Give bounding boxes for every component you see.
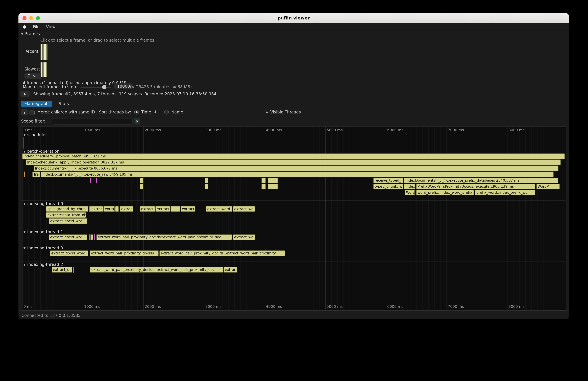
scope-bar[interactable]: IndexDocuments<_, _>::execute 8656.677 m… xyxy=(34,166,558,171)
scope-bar[interactable]: typed_chunk::w xyxy=(373,184,403,189)
frames-hint: Click to select a frame, or drag to sele… xyxy=(40,38,156,43)
connection-status: Connected to 127.0.0.1:8585 xyxy=(21,313,81,318)
menubar: ✱ FileView xyxy=(19,23,569,31)
scope-bar[interactable]: extrac xyxy=(120,206,133,212)
scope-filter-row: Scope filter: ✖ xyxy=(19,117,569,126)
scope-bar[interactable] xyxy=(89,234,90,240)
sort-threads-label: Sort threads by: xyxy=(99,110,131,114)
recent-frames-preview[interactable] xyxy=(40,44,48,60)
flamegraph-canvas[interactable]: 0 ms1000 ms2000 ms3000 ms4000 ms5000 ms6… xyxy=(21,126,566,311)
play-button[interactable]: ▶ xyxy=(21,91,30,97)
close-window-button[interactable] xyxy=(22,16,26,20)
scope-bar[interactable]: PrefixWordPairsProximityDocids::execute … xyxy=(416,184,535,189)
scope-bar[interactable] xyxy=(94,234,95,240)
slider-knob[interactable] xyxy=(102,85,106,89)
scope-bar[interactable]: extract_word_pair_proximity_docids::extr… xyxy=(90,267,223,273)
scope-bar[interactable]: extract_ xyxy=(140,206,155,212)
thread-header-indexing-thread-3[interactable]: ▼indexing-thread:3 xyxy=(23,246,63,251)
menu-item-file[interactable]: File xyxy=(33,24,40,29)
scope-bar[interactable]: extract_word_pair_proximity_docids::extr… xyxy=(97,234,232,240)
scope-bar[interactable]: extrac xyxy=(224,267,237,273)
scope-bar[interactable]: Word xyxy=(405,190,415,195)
scope-bar[interactable] xyxy=(90,234,93,240)
minimize-window-button[interactable] xyxy=(29,16,33,20)
app-menu-icon[interactable]: ✱ xyxy=(23,24,26,29)
scope-bar[interactable]: IndexDocuments<_, _>::execute_prefix_dat… xyxy=(404,178,558,183)
scope-bar[interactable] xyxy=(170,206,180,212)
scope-bar[interactable] xyxy=(205,178,209,183)
scope-bar[interactable]: extract_word xyxy=(206,206,232,212)
scope-bar[interactable]: extract_wo xyxy=(233,206,255,212)
sort-option-label: Time xyxy=(141,110,151,114)
scope-bar[interactable]: split_grenad_by_chun xyxy=(46,206,88,212)
scope-bar[interactable]: extract_doc xyxy=(52,267,72,273)
scope-bar[interactable]: IndexDocuments<_, _>::execute_raw 8459.1… xyxy=(41,171,554,177)
thread-header-scheduler[interactable]: ▼scheduler xyxy=(23,133,47,137)
scope-bar[interactable] xyxy=(73,267,74,273)
scope-bar[interactable] xyxy=(205,184,209,189)
collapse-down-arrow-icon: ▼ xyxy=(23,247,25,250)
scope-bar[interactable]: extra xyxy=(104,206,115,212)
scope-bar[interactable]: extract_word_pair_proximity_docids::extr… xyxy=(159,251,285,256)
scope-bar[interactable] xyxy=(115,206,119,212)
scope-bar[interactable]: WordPr xyxy=(536,184,560,189)
scope-bar[interactable]: extract_docid_wor xyxy=(49,234,87,240)
scope-bar[interactable] xyxy=(140,184,144,189)
scope-bar[interactable] xyxy=(268,178,278,183)
clear-frames-button[interactable]: Clear xyxy=(24,73,41,79)
zoom-window-button[interactable] xyxy=(36,16,40,20)
tab-flamegraph[interactable]: Flamegraph xyxy=(21,101,52,107)
flamegraph-controls: ? Merge children with same ID Sort threa… xyxy=(19,108,569,117)
scope-bar[interactable]: receive_typed_ xyxy=(373,178,403,183)
ruler-label: 1000 ms xyxy=(84,304,100,309)
slowest-frames-preview[interactable] xyxy=(40,62,47,77)
radio-icon xyxy=(164,110,169,114)
scope-bar[interactable] xyxy=(23,143,23,149)
scope-bar[interactable] xyxy=(89,206,90,212)
max-frames-slider[interactable] xyxy=(81,87,111,88)
scope-bar[interactable]: word_prefix::index_word_prefix xyxy=(416,190,474,195)
thread-header-indexing-thread-2[interactable]: ▼indexing-thread:2 xyxy=(23,262,63,267)
ruler-label: 1000 ms xyxy=(84,128,100,132)
scope-filter-input[interactable] xyxy=(52,118,133,125)
scope-bar[interactable]: extract_docid_wor xyxy=(49,218,87,224)
scope-bar[interactable]: extract_ xyxy=(155,206,170,212)
menu-item-view[interactable]: View xyxy=(46,24,56,29)
scope-bar[interactable] xyxy=(96,178,97,183)
thread-header-batch-operation[interactable]: ▼batch-operation xyxy=(23,149,59,154)
thread-header-indexing-thread-0[interactable]: ▼indexing-thread:0 xyxy=(23,201,63,206)
sort-option-name[interactable]: Name xyxy=(164,110,183,114)
scope-bar[interactable] xyxy=(140,178,144,183)
scope-bar[interactable]: extract_docid_word xyxy=(50,251,88,256)
scope-bar[interactable]: extract xyxy=(181,206,195,212)
clear-filter-button[interactable]: ✖ xyxy=(134,118,140,125)
merge-children-label[interactable]: Merge children with same ID xyxy=(37,110,95,114)
sort-option-label: Name xyxy=(171,110,183,114)
help-button[interactable]: ? xyxy=(21,109,28,115)
scope-bar[interactable]: prefix_word::index_prefix_wo xyxy=(475,190,535,195)
scope-bar[interactable] xyxy=(268,184,278,189)
scope-bar[interactable] xyxy=(262,184,266,189)
scope-bar[interactable]: extract_word_pair_proximity_docids xyxy=(90,251,159,256)
scope-bar[interactable] xyxy=(262,178,266,183)
scope-bar[interactable]: IndexScheduler>::process_batch 8953.821 … xyxy=(22,153,565,159)
scope-bar[interactable]: IndexScheduler>::apply_index_operation 8… xyxy=(26,159,561,165)
scope-bar[interactable]: index xyxy=(404,184,415,189)
scope-bar[interactable] xyxy=(24,171,25,177)
scope-bar[interactable] xyxy=(90,178,91,183)
scope-bar[interactable]: Trans xyxy=(32,171,41,177)
titlebar: puffin viewer xyxy=(19,13,569,23)
merge-children-checkbox[interactable] xyxy=(30,110,35,115)
sort-option-time[interactable]: Time⬇ xyxy=(134,110,157,114)
visible-threads-toggle[interactable]: ▶ Visible Threads xyxy=(266,110,301,114)
section-divider xyxy=(21,148,566,148)
frames-section-header[interactable]: ▼ Frames xyxy=(21,32,40,36)
thread-header-indexing-thread-1[interactable]: ▼indexing-thread:1 xyxy=(23,230,63,234)
scope-bar[interactable]: extract_wo xyxy=(233,234,255,240)
ruler-label: 7000 ms xyxy=(448,128,464,132)
scope-bar[interactable]: extract xyxy=(90,206,103,212)
tab-stats[interactable]: Stats xyxy=(55,101,72,107)
ruler-label: 4000 ms xyxy=(266,128,282,132)
scope-bar[interactable]: extract::data_from_ob xyxy=(46,212,86,218)
scope-bar[interactable] xyxy=(23,137,23,143)
